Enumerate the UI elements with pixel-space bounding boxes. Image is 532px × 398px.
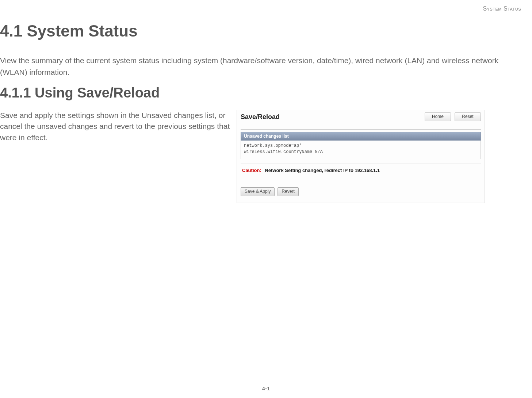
section-intro: View the summary of the current system s…: [0, 55, 526, 78]
section-heading: 4.1 System Status: [0, 22, 532, 40]
subsection-heading: 4.1.1 Using Save/Reload: [0, 85, 532, 101]
save-apply-button[interactable]: Save & Apply: [241, 187, 275, 196]
unsaved-changes-header: Unsaved changes list: [241, 132, 481, 141]
unsaved-changes-body: network.sys.opmode=ap' wireless.wifi0.co…: [241, 141, 481, 159]
screenshot-save-reload: Save/Reload Home Reset Unsaved changes l…: [237, 110, 485, 203]
caution-text: Network Setting changed, redirect IP to …: [265, 168, 380, 173]
panel-title: Save/Reload: [241, 113, 280, 121]
caution-row: Caution: Network Setting changed, redire…: [241, 164, 481, 182]
home-button[interactable]: Home: [425, 112, 451, 121]
reset-button[interactable]: Reset: [455, 112, 481, 121]
running-header: System Status: [483, 5, 521, 12]
page-number: 4-1: [0, 385, 532, 391]
subsection-body: Save and apply the settings shown in the…: [0, 110, 233, 143]
caution-label: Caution:: [242, 168, 261, 173]
revert-button[interactable]: Revert: [278, 187, 298, 196]
